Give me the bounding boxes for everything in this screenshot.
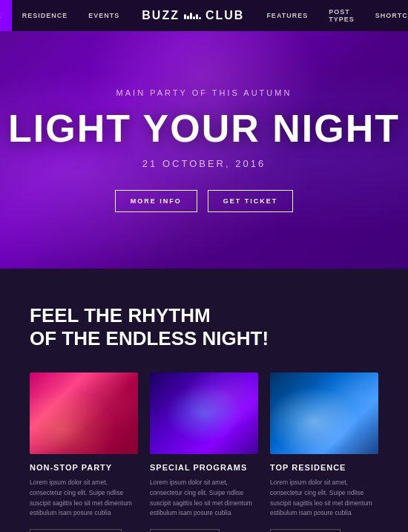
nav-item-residence[interactable]: RESIDENCE: [12, 0, 79, 31]
cards-container: NON-STOP PARTY Lorem ipsum dolor sit ame…: [30, 372, 378, 532]
get-ticket-hero-button[interactable]: GET TICKET: [208, 190, 294, 212]
logo-dots-icon: [184, 13, 201, 19]
nav-item-post-types[interactable]: POST TYPES: [318, 0, 365, 31]
read-more-button[interactable]: READ MORE: [150, 529, 220, 532]
card-text-party: Lorem ipsum dolor sit amet, consectetur …: [30, 478, 138, 518]
hero-section: MAIN PARTY OF THIS AUTUMN LIGHT YOUR NIG…: [0, 31, 408, 269]
card-heading-party: NON-STOP PARTY: [30, 463, 138, 472]
card-top-residence: TOP RESIDENCE Lorem ipsum dolor sit amet…: [270, 372, 378, 532]
book-table-button[interactable]: BOOK THE TABLE: [30, 529, 122, 532]
card-heading-residence: TOP RESIDENCE: [270, 463, 378, 472]
card-image-party: [30, 372, 138, 454]
card-text-residence: Lorem ipsum dolor sit amet, consectetur …: [270, 478, 378, 518]
site-logo[interactable]: BUZZ CLUB: [130, 9, 256, 22]
hero-subtitle: MAIN PARTY OF THIS AUTUMN: [8, 88, 400, 97]
get-ticket-card-button[interactable]: GET TICKET: [270, 529, 340, 532]
hero-buttons: MORE INFO GET TICKET: [8, 190, 400, 212]
card-text-programs: Lorem ipsum dolor sit amet, consectetur …: [150, 478, 258, 518]
card-image-programs: [150, 372, 258, 454]
more-info-button[interactable]: MORE INFO: [115, 190, 197, 212]
hero-content: MAIN PARTY OF THIS AUTUMN LIGHT YOUR NIG…: [8, 88, 400, 212]
nav-item-events[interactable]: EVENTS: [78, 0, 130, 31]
card-special-programs: SPECIAL PROGRAMS Lorem ipsum dolor sit a…: [150, 372, 258, 532]
nav-items: HOME RESIDENCE EVENTS BUZZ CLUB FEATURES: [0, 0, 408, 31]
navigation: HOME RESIDENCE EVENTS BUZZ CLUB FEATURES: [0, 0, 408, 31]
main-section: FEEL THE RHYTHM OF THE ENDLESS NIGHT! NO…: [0, 269, 408, 532]
card-image-residence: [270, 372, 378, 454]
hero-title: LIGHT YOUR NIGHT: [8, 109, 400, 148]
nav-item-shortcodes[interactable]: SHORTCODES: [365, 0, 408, 31]
card-non-stop-party: NON-STOP PARTY Lorem ipsum dolor sit ame…: [30, 372, 138, 532]
nav-item-features[interactable]: FEATURES: [256, 0, 318, 31]
hero-date: 21 OCTOBER, 2016: [8, 158, 400, 169]
card-heading-programs: SPECIAL PROGRAMS: [150, 463, 258, 472]
section-title: FEEL THE RHYTHM OF THE ENDLESS NIGHT!: [30, 304, 378, 350]
nav-item-home[interactable]: HOME: [0, 0, 12, 31]
